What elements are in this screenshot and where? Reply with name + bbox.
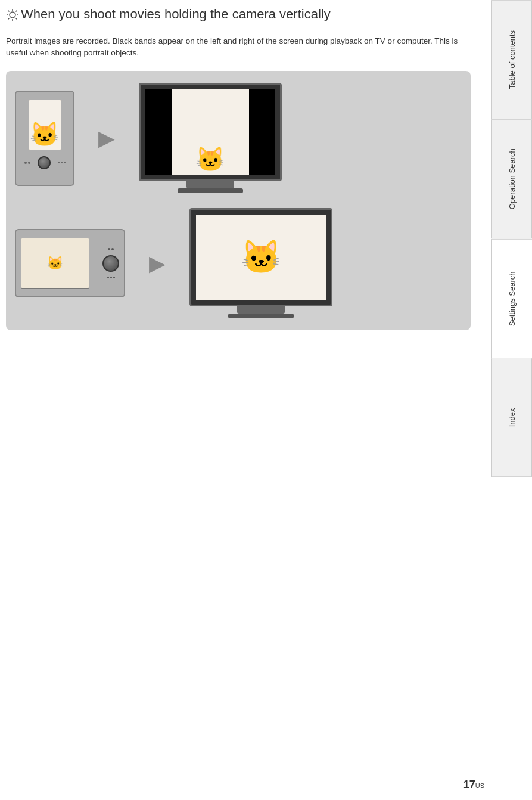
tv-fullscreen-content xyxy=(196,215,326,300)
description-text: Portrait images are recorded. Black band… xyxy=(6,35,468,60)
tv-frame-2 xyxy=(189,208,332,306)
tv-monitor-2 xyxy=(189,208,332,318)
illustration-row-2: ▶ xyxy=(15,208,462,318)
cat-small-image xyxy=(21,238,89,288)
illustration-row-1: ▶ xyxy=(15,83,462,193)
svg-line-6 xyxy=(16,18,17,20)
svg-line-5 xyxy=(8,11,10,12)
sidebar-tab-table-of-contents[interactable]: Table of contents xyxy=(491,0,532,119)
sidebar-tab-index[interactable]: Index xyxy=(491,358,532,477)
camera-lens-button xyxy=(38,156,51,169)
arrow-1: ▶ xyxy=(98,126,115,151)
page-title: When you shoot movies holding the camera… xyxy=(6,6,468,23)
cat-portrait-image xyxy=(29,100,61,150)
cat-portrait-tv xyxy=(172,89,250,175)
page-header: When you shoot movies holding the camera… xyxy=(6,6,468,26)
camera-controls xyxy=(24,156,66,169)
camera-horizontal-screen xyxy=(21,238,89,289)
tv-screen-1 xyxy=(145,89,275,175)
main-content: When you shoot movies holding the camera… xyxy=(0,0,477,800)
sidebar: Table of contents Operation Search Setti… xyxy=(491,0,532,477)
camera-horizontal xyxy=(15,229,125,297)
tip-icon xyxy=(6,8,18,20)
camera-vertical xyxy=(15,91,74,186)
cat-landscape-tv xyxy=(196,215,326,300)
tv-stand-1 xyxy=(186,181,234,188)
tv-screen-2 xyxy=(196,215,326,300)
tv-center-content xyxy=(172,89,250,175)
sidebar-tab-operation-search[interactable]: Operation Search xyxy=(491,119,532,238)
svg-point-0 xyxy=(10,12,15,18)
camera-vertical-screen xyxy=(29,100,61,150)
camera-lens-button-2 xyxy=(102,255,119,272)
camera-side-controls xyxy=(102,248,119,278)
arrow-2: ▶ xyxy=(149,251,166,276)
svg-line-7 xyxy=(16,11,17,12)
tv-frame-1 xyxy=(139,83,282,181)
tv-base-2 xyxy=(228,314,294,318)
tv-monitor-1 xyxy=(139,83,282,193)
sidebar-tab-settings-search[interactable]: Settings Search xyxy=(491,239,532,358)
illustration-container: ▶ xyxy=(6,71,471,330)
black-band-left xyxy=(145,89,172,175)
tv-stand-2 xyxy=(237,306,285,314)
page-number: 17US xyxy=(463,779,484,791)
black-band-right xyxy=(249,89,275,175)
svg-line-8 xyxy=(8,18,10,20)
tv-base-1 xyxy=(178,188,243,193)
